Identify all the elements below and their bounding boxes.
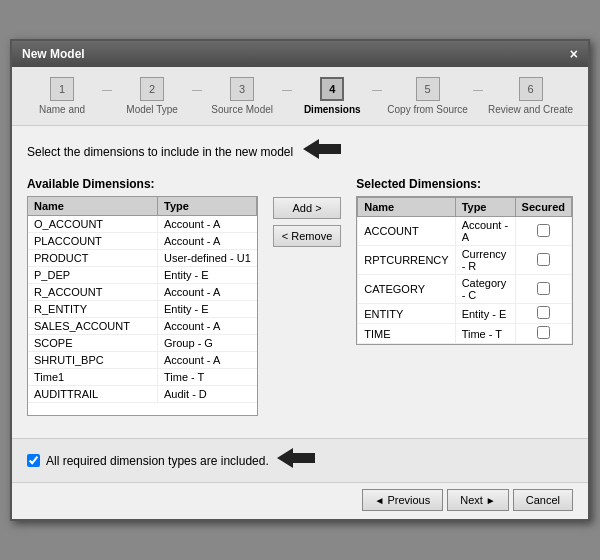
status-bar: All required dimension types are include… — [12, 438, 588, 482]
step-2-label: Model Type — [126, 104, 178, 115]
step-divider-3 — [282, 90, 292, 91]
status-label: All required dimension types are include… — [46, 454, 269, 468]
step-4-label: Dimensions — [304, 104, 361, 115]
sel-name-cell: ACCOUNT — [358, 217, 455, 246]
available-list-item[interactable]: O_ACCOUNTAccount - A — [28, 216, 257, 233]
step-5-label: Copy from Source — [387, 104, 468, 115]
step-1-label: Name and — [39, 104, 85, 115]
transfer-buttons: Add > < Remove — [268, 197, 346, 247]
step-5-number: 5 — [416, 77, 440, 101]
selected-col-type: Type — [455, 198, 515, 217]
next-arrow-icon: ► — [486, 495, 496, 506]
available-wrapper: Name Type O_ACCOUNTAccount - APLACCOUNTA… — [27, 196, 258, 416]
cancel-label: Cancel — [526, 494, 560, 506]
sel-type-cell: Account - A — [455, 217, 515, 246]
sel-name-cell: CATEGORY — [358, 275, 455, 304]
step-divider-2 — [192, 90, 202, 91]
next-label: Next — [460, 494, 483, 506]
avail-name-cell: SCOPE — [28, 335, 158, 351]
available-list-item[interactable]: SCOPEGroup - G — [28, 335, 257, 352]
add-button[interactable]: Add > — [273, 197, 341, 219]
available-col-type: Type — [158, 197, 257, 215]
step-divider-4 — [372, 90, 382, 91]
step-6-label: Review and Create — [488, 104, 573, 115]
selected-dimensions-panel: Selected Dimensions: Name Type Secured A… — [356, 177, 573, 345]
secured-checkbox[interactable] — [537, 306, 550, 319]
secured-checkbox[interactable] — [537, 326, 550, 339]
available-list-item[interactable]: SHRUTI_BPCAccount - A — [28, 352, 257, 369]
available-dimensions-panel: Available Dimensions: Name Type O_ACCOUN… — [27, 177, 258, 416]
dialog-titlebar: New Model × — [12, 41, 588, 67]
step-1: 1 Name and — [27, 77, 97, 115]
selected-list-item[interactable]: RPTCURRENCYCurrency - R — [358, 246, 572, 275]
avail-type-cell: Account - A — [158, 233, 257, 249]
avail-name-cell: AUDITTRAIL — [28, 386, 158, 402]
selected-title: Selected Dimensions: — [356, 177, 573, 191]
available-list-item[interactable]: AUDITTRAILAudit - D — [28, 386, 257, 403]
sel-secured-cell[interactable] — [515, 275, 571, 304]
avail-name-cell: R_ACCOUNT — [28, 284, 158, 300]
avail-type-cell: Time - T — [158, 369, 257, 385]
available-list-item[interactable]: SALES_ACCOUNTAccount - A — [28, 318, 257, 335]
remove-button[interactable]: < Remove — [273, 225, 341, 247]
instruction-text: Select the dimensions to include in the … — [27, 145, 293, 159]
available-col-name: Name — [28, 197, 158, 215]
available-list-item[interactable]: PLACCOUNTAccount - A — [28, 233, 257, 250]
avail-name-cell: Time1 — [28, 369, 158, 385]
avail-type-cell: Group - G — [158, 335, 257, 351]
step-1-number: 1 — [50, 77, 74, 101]
previous-arrow-icon: ◄ — [375, 495, 385, 506]
selected-list-item[interactable]: CATEGORYCategory - C — [358, 275, 572, 304]
sel-secured-cell[interactable] — [515, 324, 571, 344]
avail-name-cell: SHRUTI_BPC — [28, 352, 158, 368]
selected-list-item[interactable]: TIMETime - T — [358, 324, 572, 344]
selected-list-item[interactable]: ACCOUNTAccount - A — [358, 217, 572, 246]
sel-type-cell: Time - T — [455, 324, 515, 344]
available-rows[interactable]: O_ACCOUNTAccount - APLACCOUNTAccount - A… — [28, 216, 257, 406]
avail-name-cell: R_ENTITY — [28, 301, 158, 317]
status-arrow-icon — [275, 447, 315, 474]
selected-table-wrapper: Name Type Secured ACCOUNTAccount - ARPTC… — [356, 196, 573, 345]
available-header: Name Type — [28, 197, 257, 216]
status-checkbox[interactable] — [27, 454, 40, 467]
dialog-body: Select the dimensions to include in the … — [12, 126, 588, 428]
avail-type-cell: Entity - E — [158, 301, 257, 317]
step-5: 5 Copy from Source — [387, 77, 468, 115]
previous-button[interactable]: ◄ Previous — [362, 489, 444, 511]
secured-checkbox[interactable] — [537, 253, 550, 266]
previous-label: Previous — [387, 494, 430, 506]
sel-type-cell: Category - C — [455, 275, 515, 304]
next-button[interactable]: Next ► — [447, 489, 509, 511]
step-3-number: 3 — [230, 77, 254, 101]
cancel-button[interactable]: Cancel — [513, 489, 573, 511]
sel-secured-cell[interactable] — [515, 304, 571, 324]
selected-list-item[interactable]: ENTITYEntity - E — [358, 304, 572, 324]
secured-checkbox[interactable] — [537, 224, 550, 237]
available-list-item[interactable]: R_ACCOUNTAccount - A — [28, 284, 257, 301]
close-button[interactable]: × — [570, 46, 578, 62]
new-model-dialog: New Model × 1 Name and 2 Model Type 3 So… — [10, 39, 590, 521]
available-list-item[interactable]: Time1Time - T — [28, 369, 257, 386]
sel-type-cell: Entity - E — [455, 304, 515, 324]
selected-header-row: Name Type Secured — [358, 198, 572, 217]
avail-type-cell: Account - A — [158, 216, 257, 232]
avail-type-cell: Account - A — [158, 352, 257, 368]
sel-secured-cell[interactable] — [515, 246, 571, 275]
step-6-number: 6 — [519, 77, 543, 101]
available-list-item[interactable]: R_ENTITYEntity - E — [28, 301, 257, 318]
avail-name-cell: P_DEP — [28, 267, 158, 283]
avail-type-cell: Account - A — [158, 284, 257, 300]
secured-checkbox[interactable] — [537, 282, 550, 295]
dialog-title: New Model — [22, 47, 85, 61]
instruction-row: Select the dimensions to include in the … — [27, 138, 573, 165]
selected-col-name: Name — [358, 198, 455, 217]
selected-table: Name Type Secured ACCOUNTAccount - ARPTC… — [357, 197, 572, 344]
avail-type-cell: Entity - E — [158, 267, 257, 283]
available-list-item[interactable]: PRODUCTUser-defined - U1 — [28, 250, 257, 267]
avail-name-cell: SALES_ACCOUNT — [28, 318, 158, 334]
available-list-item[interactable]: P_DEPEntity - E — [28, 267, 257, 284]
avail-name-cell: PRODUCT — [28, 250, 158, 266]
sel-secured-cell[interactable] — [515, 217, 571, 246]
step-6: 6 Review and Create — [488, 77, 573, 115]
step-2-number: 2 — [140, 77, 164, 101]
